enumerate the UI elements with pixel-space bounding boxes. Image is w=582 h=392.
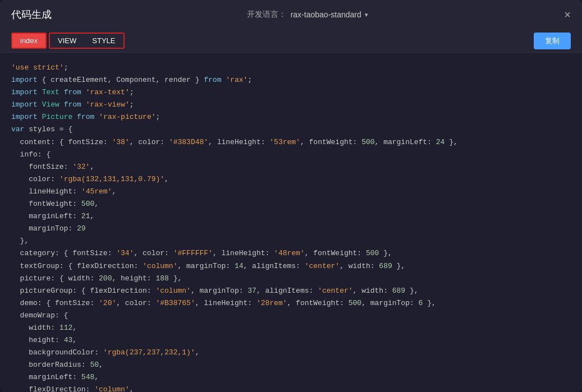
tab-style[interactable]: STYLE — [84, 34, 123, 48]
modal-container: 代码生成 开发语言： rax-taobao-standard ▼ × index… — [0, 0, 582, 392]
modal-title: 代码生成 — [11, 8, 52, 21]
code-line: var styles = { — [11, 123, 571, 136]
code-line: }, — [11, 235, 571, 247]
tab-view[interactable]: VIEW — [50, 34, 84, 48]
code-line: import View from 'rax-view'; — [11, 99, 571, 111]
code-editor[interactable]: 'use strict'; import { createElement, Co… — [0, 53, 582, 392]
tab-view-style-group: VIEW STYLE — [49, 33, 124, 49]
code-line: content: { fontSize: '38', color: '#383D… — [11, 136, 571, 149]
code-line: marginLeft: 21, — [11, 210, 571, 223]
code-line: flexDirection: 'column', — [11, 384, 571, 392]
code-line: borderRadius: 50, — [11, 359, 571, 371]
code-line: demo: { fontSize: '20', color: '#B38765'… — [11, 297, 571, 310]
code-line: import { createElement, Component, rende… — [11, 74, 571, 86]
modal-header: 代码生成 开发语言： rax-taobao-standard ▼ × — [0, 0, 582, 29]
code-line: height: 43, — [11, 334, 571, 347]
chevron-down-icon: ▼ — [364, 12, 369, 18]
copy-button[interactable]: 复制 — [534, 33, 571, 49]
tabs-row: index VIEW STYLE 复制 — [0, 29, 582, 53]
code-line: category: { fontSize: '34', color: '#FFF… — [11, 247, 571, 260]
tabs-left: index VIEW STYLE — [11, 33, 125, 49]
header-center: 开发语言： rax-taobao-standard ▼ — [247, 10, 369, 20]
code-line: 'use strict'; — [11, 62, 571, 74]
code-line: lineHeight: '45rem', — [11, 186, 571, 198]
code-line: import Text from 'rax-text'; — [11, 86, 571, 99]
lang-value: rax-taobao-standard — [291, 10, 361, 19]
code-line: import Picture from 'rax-picture'; — [11, 111, 571, 123]
code-line: fontSize: '32', — [11, 161, 571, 173]
close-button[interactable]: × — [564, 9, 571, 20]
code-line: textGroup: { flexDirection: 'column', ma… — [11, 260, 571, 273]
code-line: color: 'rgba(132,131,131,0.79)', — [11, 173, 571, 186]
code-line: backgroundColor: 'rgba(237,237,232,1)', — [11, 347, 571, 359]
code-line: info: { — [11, 149, 571, 161]
code-line: marginTop: 29 — [11, 223, 571, 235]
lang-selector[interactable]: rax-taobao-standard ▼ — [291, 10, 369, 19]
code-line: pictureGroup: { flexDirection: 'column',… — [11, 285, 571, 297]
lang-label: 开发语言： — [247, 10, 286, 20]
code-line: picture: { width: 200, height: 188 }, — [11, 273, 571, 285]
code-line: width: 112, — [11, 322, 571, 334]
code-line: demoWrap: { — [11, 310, 571, 322]
code-line: marginLeft: 548, — [11, 371, 571, 384]
tab-index[interactable]: index — [11, 33, 47, 49]
code-line: fontWeight: 500, — [11, 198, 571, 210]
